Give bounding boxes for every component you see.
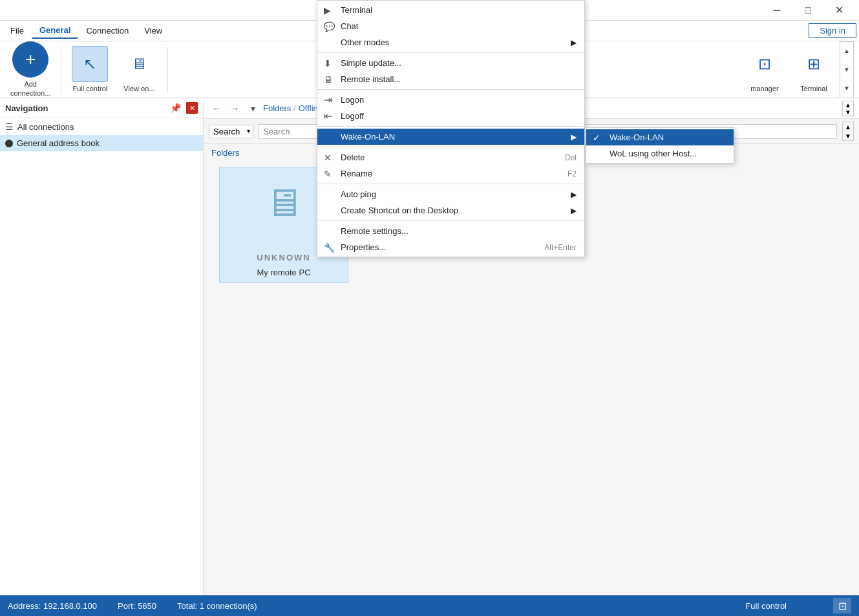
ribbon-scroll-mid[interactable]: ▼ xyxy=(840,60,853,79)
ctx-remote-install[interactable]: 🖥 Remote install... xyxy=(317,71,584,87)
ctx-properties[interactable]: 🔧 Properties... Alt+Enter xyxy=(317,239,584,255)
ctx-remote-settings-label: Remote settings... xyxy=(341,226,408,236)
ctx-simple-update[interactable]: ⬇ Simple update... xyxy=(317,55,584,71)
status-port: Port: 5650 xyxy=(118,601,156,611)
ribbon-group-manager: ⊡ manager xyxy=(741,43,788,96)
view-only-button[interactable]: 🖥 xyxy=(121,46,157,82)
full-control-button[interactable]: ↖ xyxy=(72,46,108,82)
add-connection-label: Addconnection... xyxy=(10,80,50,97)
search-expand-down[interactable]: ▼ xyxy=(843,131,853,140)
chat-ctx-icon: 💬 xyxy=(324,21,335,32)
file-manager-button[interactable]: ⊡ xyxy=(747,46,783,82)
ctx-rename-label: Rename xyxy=(341,169,372,178)
ctx-simple-update-label: Simple update... xyxy=(341,58,401,68)
content-scroll-up[interactable]: ▲ xyxy=(843,101,853,109)
ribbon-scroll-up[interactable]: ▲ xyxy=(840,42,853,61)
nav-close-button[interactable]: ✕ xyxy=(186,102,198,114)
search-dropdown[interactable]: Search ▾ xyxy=(209,125,253,138)
ctx-other-modes[interactable]: Other modes ▶ xyxy=(317,34,584,50)
ctx-logon[interactable]: ⇥ Logon xyxy=(317,92,584,108)
ctx-auto-ping-label: Auto ping xyxy=(341,189,376,199)
status-total: Total: 1 connection(s) xyxy=(177,601,257,611)
ctx-properties-shortcut: Alt+Enter xyxy=(529,243,577,252)
menu-view[interactable]: View xyxy=(136,23,170,38)
close-button[interactable]: ✕ xyxy=(824,0,854,21)
download-ctx-icon: ⬇ xyxy=(324,58,332,69)
ctx-rename-shortcut: F2 xyxy=(552,169,577,178)
ctx-sep-1 xyxy=(317,52,584,53)
content-scroll-down[interactable]: ▼ xyxy=(843,109,853,116)
breadcrumb-separator: / xyxy=(293,104,295,113)
status-address: Address: 192.168.0.100 xyxy=(8,601,97,611)
ctx-wake-on-lan-label: Wake-On-LAN xyxy=(341,132,395,142)
nav-header: Navigation 📌 ✕ xyxy=(0,98,203,118)
ctx-sub-wol-other[interactable]: WoL using other Host... xyxy=(586,145,734,162)
maximize-button[interactable]: □ xyxy=(793,0,823,21)
ctx-rename[interactable]: ✎ Rename F2 xyxy=(317,165,584,182)
ribbon-group-viewonly: 🖥 View on... xyxy=(116,43,162,96)
sign-in-button[interactable]: Sign in xyxy=(809,23,856,38)
search-expand-up[interactable]: ▲ xyxy=(843,122,853,131)
ctx-logon-label: Logon xyxy=(341,95,364,105)
search-dropdown-arrow: ▾ xyxy=(247,127,250,134)
ctx-delete-label: Delete xyxy=(341,153,365,162)
menu-connection[interactable]: Connection xyxy=(78,23,136,38)
folders-label: Folders xyxy=(211,148,239,158)
cursor-icon: ↖ xyxy=(83,55,96,73)
dropdown-button[interactable]: ▾ xyxy=(245,101,260,116)
ribbon-scroll-down[interactable]: ▼ xyxy=(840,79,853,98)
ctx-other-modes-arrow: ▶ xyxy=(571,38,577,47)
address-book-label: General address book xyxy=(17,138,100,148)
ribbon-sep-2 xyxy=(167,47,168,92)
minimize-button[interactable]: ─ xyxy=(762,0,792,21)
wol-check-icon: ✓ xyxy=(593,133,600,143)
ctx-sep-5 xyxy=(317,184,584,184)
ctx-remote-install-label: Remote install... xyxy=(341,74,401,84)
folders-breadcrumb[interactable]: Folders xyxy=(263,103,291,113)
full-control-label: Full control xyxy=(72,85,107,93)
nav-address-book[interactable]: General address book xyxy=(0,135,203,151)
title-bar-controls: ─ □ ✕ xyxy=(762,0,854,21)
menu-file[interactable]: File xyxy=(3,23,32,38)
ctx-terminal[interactable]: ▶ Terminal xyxy=(317,2,584,18)
install-ctx-icon: 🖥 xyxy=(324,74,333,85)
ribbon-group-fullcontrol: ↖ Full control xyxy=(67,43,113,96)
ribbon-group-add: + Addconnection... xyxy=(5,39,56,100)
menu-general[interactable]: General xyxy=(32,23,78,39)
ctx-sub-wol-label: Wake-On-LAN xyxy=(610,133,664,142)
file-manager-icon: ⊡ xyxy=(758,55,771,73)
connection-status: UNKNOWN xyxy=(257,253,310,262)
ctx-terminal-label: Terminal xyxy=(341,5,372,15)
logon-ctx-icon: ⇥ xyxy=(324,94,332,106)
chat-status-icon[interactable]: ⊡ xyxy=(833,598,851,613)
ctx-chat-label: Chat xyxy=(341,21,358,31)
rename-ctx-icon: ✎ xyxy=(324,169,332,179)
pin-icon[interactable]: 📌 xyxy=(170,103,181,113)
back-button[interactable]: ← xyxy=(209,101,224,116)
ctx-remote-settings[interactable]: Remote settings... xyxy=(317,223,584,239)
ctx-sep-6 xyxy=(317,220,584,221)
status-mode: Full control xyxy=(745,601,787,611)
terminal-button[interactable]: ⊞ xyxy=(796,46,832,82)
search-dropdown-label: Search xyxy=(213,127,240,136)
ctx-create-shortcut[interactable]: Create Shortcut on the Desktop ▶ xyxy=(317,202,584,218)
ctx-wake-on-lan[interactable]: Wake-On-LAN ▶ ✓ Wake-On-LAN WoL using ot… xyxy=(317,129,584,145)
nav-all-connections[interactable]: ☰ All connections xyxy=(0,118,203,135)
delete-ctx-icon: ✕ xyxy=(324,153,332,163)
ribbon-sep-1 xyxy=(61,47,61,92)
ctx-sub-wol-other-label: WoL using other Host... xyxy=(610,149,697,158)
status-bar: Address: 192.168.0.100 Port: 5650 Total:… xyxy=(0,595,859,616)
forward-button[interactable]: → xyxy=(227,101,242,116)
connection-name: My remote PC xyxy=(257,268,310,277)
ctx-delete[interactable]: ✕ Delete Del xyxy=(317,149,584,165)
view-only-label: View on... xyxy=(123,85,154,93)
terminal-ctx-icon: ▶ xyxy=(324,5,331,16)
ctx-auto-ping[interactable]: Auto ping ▶ xyxy=(317,186,584,202)
ctx-sep-2 xyxy=(317,89,584,90)
ctx-logoff[interactable]: ⇤ Logoff xyxy=(317,108,584,124)
ctx-wake-arrow: ▶ xyxy=(571,133,577,142)
add-connection-button[interactable]: + xyxy=(12,41,48,78)
ctx-chat[interactable]: 💬 Chat xyxy=(317,18,584,34)
ctx-sub-wol[interactable]: ✓ Wake-On-LAN xyxy=(586,129,734,145)
logoff-ctx-icon: ⇤ xyxy=(324,110,332,122)
